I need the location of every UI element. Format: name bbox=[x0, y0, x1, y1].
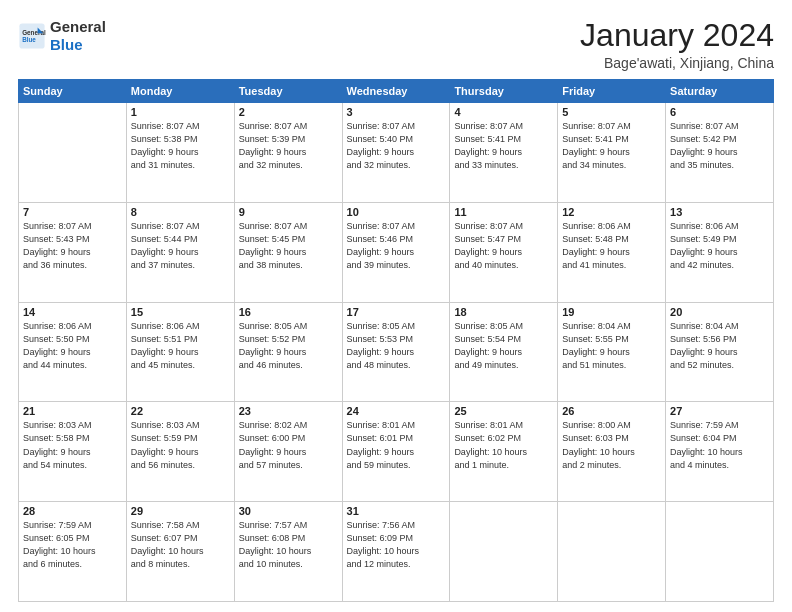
calendar-day-header: Friday bbox=[558, 80, 666, 103]
calendar-header-row: SundayMondayTuesdayWednesdayThursdayFrid… bbox=[19, 80, 774, 103]
logo: General Blue General Blue bbox=[18, 18, 106, 54]
day-detail: Sunrise: 7:57 AMSunset: 6:08 PMDaylight:… bbox=[239, 519, 338, 571]
day-number: 6 bbox=[670, 106, 769, 118]
day-number: 10 bbox=[347, 206, 446, 218]
day-detail: Sunrise: 8:07 AMSunset: 5:44 PMDaylight:… bbox=[131, 220, 230, 272]
day-number: 29 bbox=[131, 505, 230, 517]
day-detail: Sunrise: 8:07 AMSunset: 5:43 PMDaylight:… bbox=[23, 220, 122, 272]
title-block: January 2024 Bage'awati, Xinjiang, China bbox=[580, 18, 774, 71]
page: General Blue General Blue January 2024 B… bbox=[0, 0, 792, 612]
day-number: 9 bbox=[239, 206, 338, 218]
day-number: 8 bbox=[131, 206, 230, 218]
calendar-cell: 24Sunrise: 8:01 AMSunset: 6:01 PMDayligh… bbox=[342, 402, 450, 502]
day-detail: Sunrise: 8:04 AMSunset: 5:55 PMDaylight:… bbox=[562, 320, 661, 372]
day-number: 22 bbox=[131, 405, 230, 417]
day-detail: Sunrise: 8:02 AMSunset: 6:00 PMDaylight:… bbox=[239, 419, 338, 471]
day-detail: Sunrise: 8:07 AMSunset: 5:47 PMDaylight:… bbox=[454, 220, 553, 272]
calendar-cell: 23Sunrise: 8:02 AMSunset: 6:00 PMDayligh… bbox=[234, 402, 342, 502]
day-detail: Sunrise: 8:01 AMSunset: 6:01 PMDaylight:… bbox=[347, 419, 446, 471]
calendar-cell: 15Sunrise: 8:06 AMSunset: 5:51 PMDayligh… bbox=[126, 302, 234, 402]
day-number: 18 bbox=[454, 306, 553, 318]
day-detail: Sunrise: 7:59 AMSunset: 6:04 PMDaylight:… bbox=[670, 419, 769, 471]
day-detail: Sunrise: 7:59 AMSunset: 6:05 PMDaylight:… bbox=[23, 519, 122, 571]
calendar-cell: 19Sunrise: 8:04 AMSunset: 5:55 PMDayligh… bbox=[558, 302, 666, 402]
day-number: 5 bbox=[562, 106, 661, 118]
calendar-cell: 21Sunrise: 8:03 AMSunset: 5:58 PMDayligh… bbox=[19, 402, 127, 502]
day-detail: Sunrise: 8:03 AMSunset: 5:58 PMDaylight:… bbox=[23, 419, 122, 471]
calendar-cell: 12Sunrise: 8:06 AMSunset: 5:48 PMDayligh… bbox=[558, 202, 666, 302]
day-number: 7 bbox=[23, 206, 122, 218]
day-detail: Sunrise: 8:06 AMSunset: 5:50 PMDaylight:… bbox=[23, 320, 122, 372]
day-detail: Sunrise: 7:56 AMSunset: 6:09 PMDaylight:… bbox=[347, 519, 446, 571]
calendar-cell: 1Sunrise: 8:07 AMSunset: 5:38 PMDaylight… bbox=[126, 103, 234, 203]
calendar-day-header: Sunday bbox=[19, 80, 127, 103]
day-number: 12 bbox=[562, 206, 661, 218]
calendar-cell: 29Sunrise: 7:58 AMSunset: 6:07 PMDayligh… bbox=[126, 502, 234, 602]
day-number: 14 bbox=[23, 306, 122, 318]
calendar-table: SundayMondayTuesdayWednesdayThursdayFrid… bbox=[18, 79, 774, 602]
day-number: 26 bbox=[562, 405, 661, 417]
calendar-day-header: Wednesday bbox=[342, 80, 450, 103]
day-detail: Sunrise: 8:05 AMSunset: 5:52 PMDaylight:… bbox=[239, 320, 338, 372]
svg-text:General: General bbox=[22, 29, 46, 36]
svg-text:Blue: Blue bbox=[22, 36, 36, 43]
day-number: 3 bbox=[347, 106, 446, 118]
calendar-cell bbox=[19, 103, 127, 203]
calendar-cell: 26Sunrise: 8:00 AMSunset: 6:03 PMDayligh… bbox=[558, 402, 666, 502]
calendar-cell: 27Sunrise: 7:59 AMSunset: 6:04 PMDayligh… bbox=[666, 402, 774, 502]
calendar-day-header: Thursday bbox=[450, 80, 558, 103]
calendar-cell bbox=[558, 502, 666, 602]
calendar-cell: 4Sunrise: 8:07 AMSunset: 5:41 PMDaylight… bbox=[450, 103, 558, 203]
calendar-cell: 25Sunrise: 8:01 AMSunset: 6:02 PMDayligh… bbox=[450, 402, 558, 502]
calendar-cell: 20Sunrise: 8:04 AMSunset: 5:56 PMDayligh… bbox=[666, 302, 774, 402]
day-number: 13 bbox=[670, 206, 769, 218]
calendar-cell: 10Sunrise: 8:07 AMSunset: 5:46 PMDayligh… bbox=[342, 202, 450, 302]
day-number: 24 bbox=[347, 405, 446, 417]
day-detail: Sunrise: 8:00 AMSunset: 6:03 PMDaylight:… bbox=[562, 419, 661, 471]
day-number: 1 bbox=[131, 106, 230, 118]
calendar-cell: 2Sunrise: 8:07 AMSunset: 5:39 PMDaylight… bbox=[234, 103, 342, 203]
calendar-cell: 30Sunrise: 7:57 AMSunset: 6:08 PMDayligh… bbox=[234, 502, 342, 602]
calendar-cell: 28Sunrise: 7:59 AMSunset: 6:05 PMDayligh… bbox=[19, 502, 127, 602]
day-number: 30 bbox=[239, 505, 338, 517]
day-number: 4 bbox=[454, 106, 553, 118]
calendar-week-row: 21Sunrise: 8:03 AMSunset: 5:58 PMDayligh… bbox=[19, 402, 774, 502]
calendar-day-header: Tuesday bbox=[234, 80, 342, 103]
calendar-week-row: 7Sunrise: 8:07 AMSunset: 5:43 PMDaylight… bbox=[19, 202, 774, 302]
calendar-cell: 9Sunrise: 8:07 AMSunset: 5:45 PMDaylight… bbox=[234, 202, 342, 302]
day-number: 11 bbox=[454, 206, 553, 218]
calendar-day-header: Saturday bbox=[666, 80, 774, 103]
calendar-cell: 17Sunrise: 8:05 AMSunset: 5:53 PMDayligh… bbox=[342, 302, 450, 402]
day-detail: Sunrise: 8:07 AMSunset: 5:45 PMDaylight:… bbox=[239, 220, 338, 272]
calendar-cell: 6Sunrise: 8:07 AMSunset: 5:42 PMDaylight… bbox=[666, 103, 774, 203]
day-number: 25 bbox=[454, 405, 553, 417]
subtitle: Bage'awati, Xinjiang, China bbox=[580, 55, 774, 71]
day-detail: Sunrise: 8:06 AMSunset: 5:48 PMDaylight:… bbox=[562, 220, 661, 272]
day-number: 28 bbox=[23, 505, 122, 517]
day-number: 16 bbox=[239, 306, 338, 318]
main-title: January 2024 bbox=[580, 18, 774, 53]
day-detail: Sunrise: 8:07 AMSunset: 5:38 PMDaylight:… bbox=[131, 120, 230, 172]
day-detail: Sunrise: 8:05 AMSunset: 5:53 PMDaylight:… bbox=[347, 320, 446, 372]
calendar-cell: 3Sunrise: 8:07 AMSunset: 5:40 PMDaylight… bbox=[342, 103, 450, 203]
day-detail: Sunrise: 8:07 AMSunset: 5:41 PMDaylight:… bbox=[562, 120, 661, 172]
calendar-cell: 14Sunrise: 8:06 AMSunset: 5:50 PMDayligh… bbox=[19, 302, 127, 402]
day-number: 21 bbox=[23, 405, 122, 417]
day-detail: Sunrise: 8:07 AMSunset: 5:40 PMDaylight:… bbox=[347, 120, 446, 172]
calendar-cell: 5Sunrise: 8:07 AMSunset: 5:41 PMDaylight… bbox=[558, 103, 666, 203]
logo-text: General Blue bbox=[50, 18, 106, 54]
day-number: 2 bbox=[239, 106, 338, 118]
day-number: 15 bbox=[131, 306, 230, 318]
calendar-cell: 11Sunrise: 8:07 AMSunset: 5:47 PMDayligh… bbox=[450, 202, 558, 302]
day-number: 19 bbox=[562, 306, 661, 318]
calendar-week-row: 1Sunrise: 8:07 AMSunset: 5:38 PMDaylight… bbox=[19, 103, 774, 203]
header: General Blue General Blue January 2024 B… bbox=[18, 18, 774, 71]
day-detail: Sunrise: 8:06 AMSunset: 5:51 PMDaylight:… bbox=[131, 320, 230, 372]
calendar-cell: 13Sunrise: 8:06 AMSunset: 5:49 PMDayligh… bbox=[666, 202, 774, 302]
day-number: 27 bbox=[670, 405, 769, 417]
day-number: 31 bbox=[347, 505, 446, 517]
day-number: 17 bbox=[347, 306, 446, 318]
day-detail: Sunrise: 8:03 AMSunset: 5:59 PMDaylight:… bbox=[131, 419, 230, 471]
day-detail: Sunrise: 8:04 AMSunset: 5:56 PMDaylight:… bbox=[670, 320, 769, 372]
logo-icon: General Blue bbox=[18, 22, 46, 50]
